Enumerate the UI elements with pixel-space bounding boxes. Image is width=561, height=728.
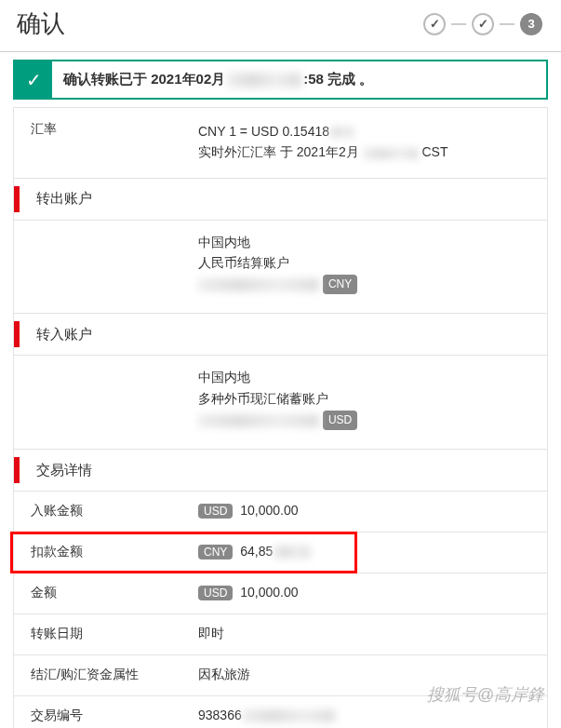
alert-suffix: :58 完成 。 [303,71,373,88]
row-amount: 金额 USD 10,000.00 [14,573,547,614]
redacted-text [363,148,419,159]
from-account-type: 人民币结算账户 [198,252,532,273]
credit-amount: 10,000.00 [240,503,298,518]
currency-badge: CNY [323,275,357,294]
alert-message: 确认转账已于 2021年02月 :58 完成 。 [52,61,384,98]
redacted-text [198,414,319,427]
row-fund-purpose: 结汇/购汇资金属性 因私旅游 [14,655,547,696]
redacted-text [198,278,319,291]
page-title: 确认 [17,7,65,40]
check-icon: ✓ [15,61,52,98]
currency-badge: USD [198,504,233,519]
date-label: 转账日期 [31,626,198,642]
section-transaction-details: 交易详情 [13,450,547,492]
row-to-account-details: 中国内地 多种外币现汇储蓄账户 USD [14,356,547,450]
txn-label: 交易编号 [31,708,198,724]
debit-value: CNY 64,85 [198,544,532,559]
step-indicator: ✓ ✓ 3 [423,13,542,35]
txn-number: 938366 [198,708,242,722]
to-account-type: 多种外币现汇储蓄账户 [198,388,532,409]
date-value: 即时 [198,626,532,642]
currency-badge: USD [323,411,357,430]
details-card: 汇率 CNY 1 = USD 0.15418 实时外汇汇率 于 2021年2月 … [13,107,548,728]
purpose-label: 结汇/购汇资金属性 [31,667,198,683]
details-heading: 交易详情 [36,462,92,479]
step-connector [451,23,466,25]
step-2-check-icon: ✓ [472,13,494,35]
redacted-text [242,709,335,722]
row-transfer-date: 转账日期 即时 [14,614,547,655]
alert-prefix: 确认转账已于 2021年02月 [63,71,225,88]
amount-value: USD 10,000.00 [198,585,532,600]
currency-badge: USD [198,586,233,600]
row-credit-amount: 入账金额 USD 10,000.00 [14,492,547,533]
redacted-text [227,73,301,88]
purpose-value: 因私旅游 [198,667,532,683]
rate-value: CNY 1 = USD 0.15418 实时外汇汇率 于 2021年2月 CST [198,121,532,163]
rate-label: 汇率 [31,121,198,138]
page-header: 确认 ✓ ✓ 3 [0,0,561,52]
row-from-account-details: 中国内地 人民币结算账户 CNY [14,221,547,315]
from-heading: 转出账户 [36,190,92,208]
debit-amount: 64,85 [240,544,273,559]
from-account-number: CNY [198,274,532,295]
section-to-account: 转入账户 [13,314,547,356]
amount-text: 10,000.00 [240,585,298,600]
step-1-check-icon: ✓ [423,13,446,35]
section-marker [14,321,20,347]
rate-line1: CNY 1 = USD 0.15418 [198,121,532,142]
credit-value: USD 10,000.00 [198,503,532,519]
to-heading: 转入账户 [36,326,92,344]
currency-badge: CNY [198,545,233,559]
debit-label: 扣款金额 [31,544,198,560]
rate-line2: 实时外汇汇率 于 2021年2月 CST [198,142,532,162]
step-connector [500,23,514,25]
row-debit-amount-highlighted: 扣款金额 CNY 64,85 [14,533,547,573]
success-alert: ✓ 确认转账已于 2021年02月 :58 完成 。 [13,60,548,100]
row-exchange-rate: 汇率 CNY 1 = USD 0.15418 实时外汇汇率 于 2021年2月 … [14,108,547,179]
step-3-number: 3 [520,13,542,35]
from-region: 中国内地 [198,232,532,252]
section-marker [14,457,20,483]
txn-value: 938366 [198,708,532,722]
redacted-text [273,546,310,559]
section-from-account: 转出账户 [13,179,547,221]
section-marker [14,186,20,212]
to-account-number: USD [198,409,532,430]
to-region: 中国内地 [198,367,532,387]
row-transaction-id: 交易编号 938366 [14,696,547,728]
redacted-text [329,127,354,138]
credit-label: 入账金额 [31,503,198,519]
amount-label: 金额 [31,585,198,601]
